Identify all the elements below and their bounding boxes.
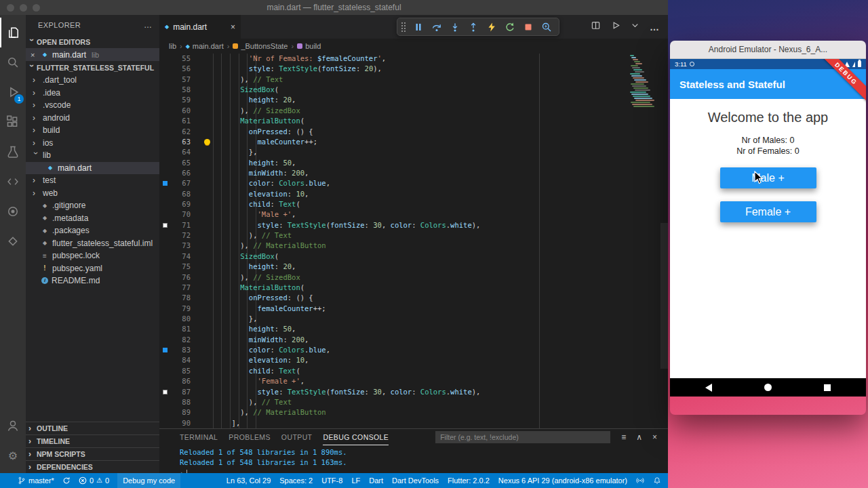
code-line-81[interactable]: 81 height: 50, [159,324,668,334]
code-line-72[interactable]: 72 ), // Text [159,230,668,241]
code-line-65[interactable]: 65 height: 50, [159,158,668,168]
tab-main-dart[interactable]: ◆ main.dart × [159,15,241,39]
code-line-83[interactable]: 83 color: Colors.blue, [159,345,668,355]
tab-debug-console[interactable]: DEBUG CONSOLE [323,429,389,445]
section-npm-scripts[interactable]: ›NPM SCRIPTS [26,447,159,460]
code-line-79[interactable]: 79 femaleCounter++; [159,304,668,314]
code-line-73[interactable]: 73 ), // MaterialButton [159,241,668,251]
gutter-margin[interactable] [159,209,170,220]
gutter-margin[interactable] [159,230,170,241]
eol-item[interactable]: LF [351,476,360,485]
close-editor-icon[interactable]: × [31,51,37,59]
breadcrumb-lib[interactable]: lib [169,42,176,50]
tree-file-.metadata[interactable]: ◆.metadata [26,212,159,225]
tree-folder-.idea[interactable]: ›.idea [26,87,159,100]
plugin-a-icon[interactable] [0,197,26,226]
git-branch-item[interactable]: master* [18,476,54,485]
tree-folder-web[interactable]: ›web [26,187,159,200]
editor-scrollbar[interactable] [660,223,668,369]
feedback-item[interactable] [636,476,644,485]
step-into-button[interactable] [447,19,463,35]
gutter-margin[interactable] [159,116,170,126]
device-selector-item[interactable]: Nexus 6 API 29 (android-x86 emulator) [498,476,627,485]
flutter-version-item[interactable]: Flutter: 2.0.2 [448,476,490,485]
code-line-62[interactable]: 62 onPressed: () { [159,127,668,137]
emulator-title-bar[interactable]: Android Emulator - Nexus_6_A... [670,41,866,59]
gutter-margin[interactable] [159,345,170,355]
problems-item[interactable]: 0 ⚠ 0 [79,476,109,485]
code-editor[interactable]: 55 'Nr of Females: $femaleCounter',56 st… [159,54,668,428]
tree-folder-.vscode[interactable]: ›.vscode [26,99,159,112]
title-bar[interactable]: main.dart — flutter_stateless_stateful [0,0,668,15]
code-line-63[interactable]: 63 maleCounter++; [159,137,668,147]
debug-config-item[interactable]: Debug my code [117,473,180,488]
minimize-window-icon[interactable] [20,4,27,12]
code-line-80[interactable]: 80 }, [159,314,668,324]
gutter-margin[interactable] [159,272,170,283]
code-line-66[interactable]: 66 minWidth: 200, [159,168,668,178]
chevron-down-icon[interactable] [630,20,640,33]
close-panel-icon[interactable]: × [652,432,657,442]
gutter-margin[interactable] [159,106,170,116]
gutter-margin[interactable] [159,251,170,262]
gutter-margin[interactable] [159,376,170,386]
zoom-window-icon[interactable] [33,4,40,12]
code-line-75[interactable]: 75 height: 20, [159,262,668,272]
gutter-margin[interactable] [159,127,170,137]
plugin-b-icon[interactable] [0,226,26,256]
tree-file-README.md[interactable]: iREADME.md [26,274,159,287]
open-editor-main-dart[interactable]: × ◆ main.dart lib [26,48,159,61]
explorer-icon[interactable] [0,18,26,47]
code-brackets-icon[interactable] [0,167,26,197]
tree-folder-.dart_tool[interactable]: ›.dart_tool [26,74,159,87]
code-line-57[interactable]: 57 ), // Text [159,75,668,85]
gutter-margin[interactable] [159,95,170,105]
gutter-margin[interactable] [159,407,170,418]
gutter-margin[interactable] [159,54,170,64]
tree-file-main.dart[interactable]: ◆main.dart [26,162,159,175]
section-dependencies[interactable]: ›DEPENDENCIES [26,460,159,473]
code-line-71[interactable]: 71 style: TextStyle(fontSize: 30, color:… [159,220,668,230]
code-line-69[interactable]: 69 child: Text( [159,199,668,209]
run-debug-icon[interactable]: 1 [0,77,26,107]
gutter-margin[interactable] [159,262,170,272]
widget-inspector-button[interactable] [538,19,555,35]
tree-file-.packages[interactable]: ◆.packages [26,224,159,237]
gutter-margin[interactable] [159,85,170,95]
code-line-88[interactable]: 88 ), // Text [159,397,668,407]
cursor-position-item[interactable]: Ln 63, Col 29 [226,476,271,485]
restart-button[interactable] [502,19,518,35]
step-out-button[interactable] [465,19,481,35]
tree-folder-android[interactable]: ›android [26,112,159,125]
gutter-margin[interactable] [159,75,170,85]
tab-problems[interactable]: PROBLEMS [229,429,271,445]
gutter-margin[interactable] [159,178,170,188]
gutter-margin[interactable] [159,241,170,251]
breadcrumb-buttons-state[interactable]: _ButtonsState [233,42,288,50]
code-line-84[interactable]: 84 elevation: 10, [159,355,668,365]
devtools-item[interactable]: Dart DevTools [392,476,439,485]
back-icon[interactable] [705,384,712,392]
gutter-margin[interactable] [159,366,170,376]
filter-results-icon[interactable]: ≡ [621,432,626,442]
tree-folder-lib[interactable]: ›lib [26,149,159,162]
gutter-margin[interactable] [159,335,170,345]
tree-folder-test[interactable]: ›test [26,174,159,187]
hot-reload-button[interactable] [484,19,500,35]
code-line-56[interactable]: 56 style: TextStyle(fontSize: 20), [159,64,668,74]
extensions-icon[interactable] [0,107,26,137]
section-timeline[interactable]: ›TIMELINE [26,434,159,447]
close-tab-icon[interactable]: × [231,22,235,32]
code-line-55[interactable]: 55 'Nr of Females: $femaleCounter', [159,54,668,64]
open-editors-header[interactable]: › OPEN EDITORS [26,35,159,48]
notifications-item[interactable] [653,476,661,485]
drag-handle-icon[interactable] [401,22,406,32]
gutter-margin[interactable] [159,158,170,168]
code-line-82[interactable]: 82 minWidth: 200, [159,335,668,345]
traffic-lights[interactable] [7,4,40,12]
search-icon[interactable] [0,47,26,77]
gutter-margin[interactable] [159,397,170,407]
gutter-margin[interactable] [159,293,170,303]
gutter-margin[interactable] [159,147,170,157]
code-line-77[interactable]: 77 MaterialButton( [159,283,668,293]
